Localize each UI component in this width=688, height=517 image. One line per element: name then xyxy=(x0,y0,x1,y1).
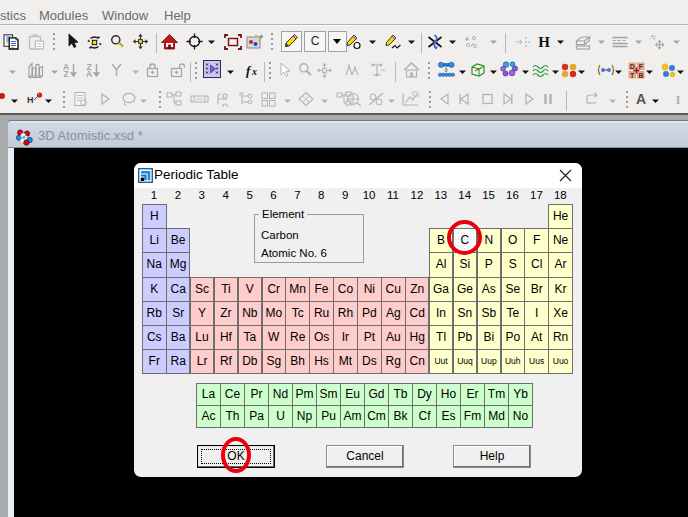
svg-text:I: I xyxy=(675,92,680,107)
svg-text:B: B xyxy=(638,72,643,79)
svg-text:A: A xyxy=(86,69,92,78)
svg-text:D: D xyxy=(630,63,635,70)
svg-text:Z: Z xyxy=(63,69,68,78)
svg-text:A: A xyxy=(636,91,646,107)
svg-text:H: H xyxy=(27,95,34,105)
svg-text:F: F xyxy=(639,63,644,70)
svg-text:H: H xyxy=(538,34,550,50)
svg-text:T: T xyxy=(630,72,635,79)
svg-text:x: x xyxy=(251,66,257,77)
